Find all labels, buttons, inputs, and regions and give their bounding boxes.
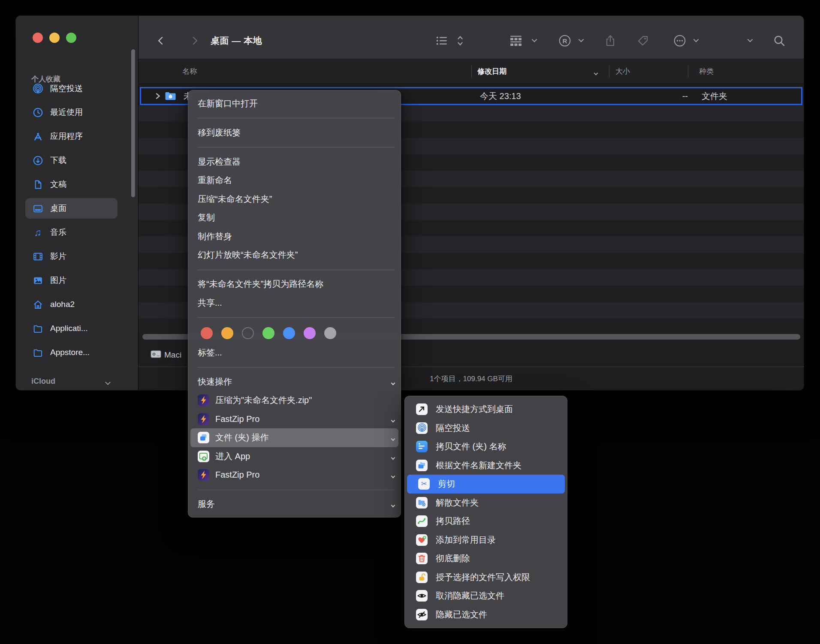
chevron-down-icon[interactable] — [533, 39, 537, 43]
sort-chevron-icon — [594, 70, 597, 78]
tag-purple[interactable] — [304, 327, 316, 339]
group-view-icon[interactable] — [509, 35, 522, 47]
sidebar-item-movies[interactable]: 影片 — [16, 246, 139, 267]
tag-gray[interactable] — [324, 327, 336, 339]
sidebar-item-music[interactable]: ♫ 音乐 — [16, 222, 139, 243]
menu-item-open-in-new-window[interactable]: 在新窗口中打开 — [188, 94, 401, 113]
r-plugin-icon[interactable]: R — [558, 34, 571, 47]
sidebar-item-airdrop[interactable]: 隔空投送 — [16, 78, 139, 99]
menu-separator — [188, 485, 401, 495]
back-button[interactable] — [160, 38, 165, 44]
column-header-kind[interactable]: 种类 — [699, 59, 714, 84]
sidebar-item-downloads[interactable]: 下载 — [16, 150, 139, 171]
tag-green[interactable] — [262, 327, 274, 339]
chevron-down-icon[interactable] — [106, 379, 110, 387]
menu-item-quick-actions[interactable]: 快速操作 — [188, 373, 401, 391]
sidebar-section-icloud[interactable]: iCloud — [16, 373, 139, 390]
column-divider[interactable] — [688, 66, 688, 78]
submenu-item-disband-folder[interactable]: 解散文件夹 — [405, 494, 567, 512]
add-favorite-icon — [416, 534, 428, 546]
file-kind: 文件夹 — [702, 88, 727, 104]
tag-none[interactable] — [242, 327, 254, 339]
sidebar-item-applicati-folder[interactable]: Applicati... — [16, 318, 139, 339]
sidebar-item-recents[interactable]: 最近使用 — [16, 102, 139, 123]
sidebar-item-applications[interactable]: 应用程序 — [16, 126, 139, 147]
list-view-icon[interactable] — [436, 36, 448, 46]
airdrop-icon — [416, 422, 428, 434]
more-actions-icon[interactable] — [673, 34, 686, 47]
submenu-item-copy-path[interactable]: 拷贝路径 — [405, 512, 567, 531]
sidebar-item-documents[interactable]: 文稿 — [16, 174, 139, 195]
submenu-item-new-folder-from-filename[interactable]: 根据文件名新建文件夹 — [405, 456, 567, 475]
submenu-item-grant-write-permission[interactable]: 授予选择的文件写入权限 — [405, 568, 567, 587]
menu-item-share[interactable]: 共享... — [188, 294, 401, 313]
chevron-down-icon[interactable] — [579, 39, 583, 43]
airdrop-icon — [32, 83, 43, 94]
column-divider[interactable] — [471, 66, 472, 78]
menu-item-compress[interactable]: 压缩“未命名文件夹” — [188, 190, 401, 209]
hide-icon — [416, 609, 428, 620]
view-mode-chevrons-icon[interactable] — [457, 35, 464, 47]
menu-item-tags[interactable]: 标签... — [188, 343, 401, 362]
svg-text:R: R — [563, 37, 567, 45]
menu-item-duplicate[interactable]: 复制 — [188, 208, 401, 227]
menu-item-copy-as-pathname[interactable]: 将“未命名文件夹”拷贝为路径名称 — [188, 275, 401, 294]
menu-item-enter-app[interactable]: 进入 App — [188, 447, 401, 466]
tag-icon[interactable] — [637, 35, 649, 47]
menu-item-fastzip-pro-2[interactable]: FastZip Pro — [188, 466, 401, 485]
menu-item-show-inspector[interactable]: 显示检查器 — [188, 153, 401, 172]
sidebar-item-home[interactable]: aloha2 — [16, 294, 139, 315]
submenu-item-delete-permanently[interactable]: 彻底删除 — [405, 549, 567, 568]
menu-item-move-to-trash[interactable]: 移到废纸篓 — [188, 123, 401, 142]
submenu-arrow-icon — [392, 377, 395, 387]
menu-separator — [188, 142, 401, 153]
menu-item-slideshow[interactable]: 幻灯片放映“未命名文件夹” — [188, 246, 401, 265]
toolbar-overflow-chevron-icon[interactable] — [748, 39, 752, 43]
zoom-window-button[interactable] — [66, 33, 76, 43]
submenu-item-airdrop[interactable]: 隔空投送 — [405, 419, 567, 438]
send-to-desktop-icon — [416, 403, 428, 415]
desktop-icon — [32, 203, 43, 214]
sidebar-item-pictures[interactable]: 图片 — [16, 270, 139, 291]
window-controls — [33, 33, 76, 43]
path-bar-disk-name[interactable]: Maci — [164, 350, 181, 360]
search-icon[interactable] — [773, 34, 786, 47]
close-window-button[interactable] — [33, 33, 43, 43]
copy-path-icon — [416, 515, 428, 527]
disclosure-chevron-icon[interactable] — [155, 88, 161, 104]
column-header-date-modified[interactable]: 修改日期 — [477, 59, 506, 84]
submenu-item-add-to-favorites[interactable]: 添加到常用目录 — [405, 531, 567, 550]
enter-app-icon — [198, 451, 209, 462]
sidebar-item-desktop[interactable]: 桌面 — [16, 198, 139, 219]
menu-separator — [188, 113, 401, 123]
context-menu: 在新窗口中打开 移到废纸篓 显示检查器 重新命名 压缩“未命名文件夹” 复制 制… — [188, 90, 401, 518]
chevron-down-icon[interactable] — [694, 39, 698, 43]
status-text: 1个项目，109.94 GB可用 — [430, 374, 512, 384]
tag-orange[interactable] — [221, 327, 233, 339]
menu-item-rename[interactable]: 重新命名 — [188, 171, 401, 190]
finder-window: 个人收藏 隔空投送 最近使用 — [16, 16, 804, 390]
hard-disk-icon — [150, 348, 162, 361]
column-divider[interactable] — [609, 66, 609, 78]
submenu-item-unhide-selected-files[interactable]: 取消隐藏已选文件 — [405, 587, 567, 605]
submenu-arrow-icon — [392, 414, 395, 424]
window-title: 桌面 — 本地 — [211, 35, 262, 47]
tag-red[interactable] — [201, 327, 213, 339]
minimize-window-button[interactable] — [49, 33, 60, 43]
sidebar-item-appstore-folder[interactable]: Appstore... — [16, 342, 139, 363]
menu-item-compress-to-zip[interactable]: 压缩为"未命名文件夹.zip" — [188, 391, 401, 410]
menu-item-file-folder-operations[interactable]: 文件 (夹) 操作 — [190, 428, 398, 447]
menu-item-services[interactable]: 服务 — [188, 495, 401, 514]
menu-item-make-alias[interactable]: 制作替身 — [188, 227, 401, 246]
submenu-item-send-shortcut-to-desktop[interactable]: 发送快捷方式到桌面 — [405, 400, 567, 419]
tag-blue[interactable] — [283, 327, 295, 339]
share-icon[interactable] — [604, 34, 616, 47]
unhide-icon — [416, 590, 428, 602]
submenu-item-cut[interactable]: ✂ 剪切 — [407, 475, 565, 494]
submenu-item-hide-selected-files[interactable]: 隐藏已选文件 — [405, 605, 567, 624]
column-header-name[interactable]: 名称 — [182, 59, 197, 84]
submenu-item-copy-file-name[interactable]: 拷贝文件 (夹) 名称 — [405, 437, 567, 456]
menu-item-fastzip-pro[interactable]: FastZip Pro — [188, 410, 401, 429]
forward-button[interactable] — [191, 38, 196, 44]
column-header-size[interactable]: 大小 — [615, 59, 630, 84]
